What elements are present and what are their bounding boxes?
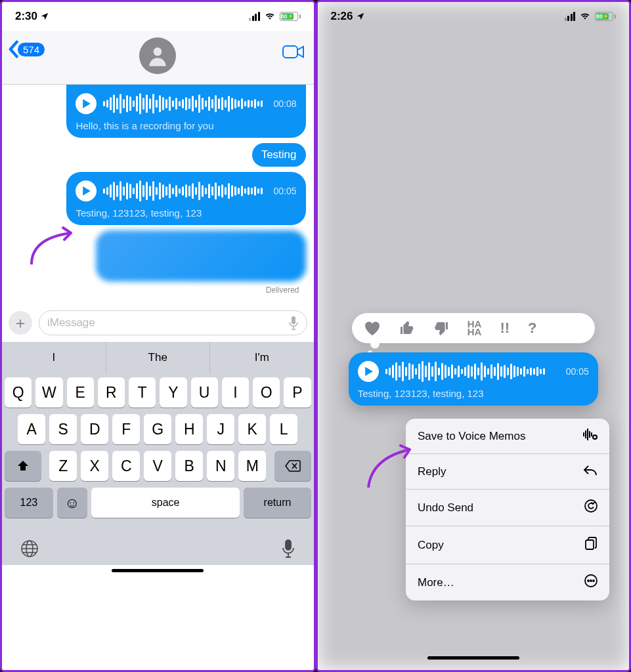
transcription: Testing, 123123, testing, 123 bbox=[76, 207, 296, 219]
keyboard-row-2: ASDFGHJKL bbox=[5, 414, 311, 444]
key-y[interactable]: Y bbox=[160, 377, 186, 408]
key-s[interactable]: S bbox=[49, 414, 77, 444]
phone-left: 2:30 80⚡ 574 bbox=[0, 0, 316, 672]
play-icon[interactable] bbox=[76, 180, 97, 201]
context-menu: Save to Voice Memos Reply Undo Send Copy… bbox=[406, 419, 609, 600]
key-n[interactable]: N bbox=[207, 451, 234, 481]
return-key[interactable]: return bbox=[244, 488, 311, 518]
key-k[interactable]: K bbox=[238, 414, 266, 444]
key-g[interactable]: G bbox=[144, 414, 171, 444]
compose-input[interactable]: iMessage bbox=[39, 310, 307, 335]
key-v[interactable]: V bbox=[144, 451, 171, 481]
key-l[interactable]: L bbox=[270, 414, 297, 444]
quicktype-bar: I The I'm bbox=[2, 342, 314, 373]
play-icon[interactable] bbox=[358, 361, 379, 382]
duration: 00:08 bbox=[273, 98, 296, 109]
delivery-status: Delivered bbox=[10, 283, 306, 300]
emoji-key[interactable]: ☺ bbox=[57, 488, 87, 518]
key-m[interactable]: M bbox=[238, 451, 266, 481]
keyboard: QWERTYUIOP ASDFGHJKL ZXCVBNM 123 ☺ space… bbox=[2, 373, 314, 527]
key-t[interactable]: T bbox=[129, 377, 156, 408]
undo-icon bbox=[584, 499, 598, 516]
space-key[interactable]: space bbox=[91, 488, 240, 518]
svg-rect-2 bbox=[292, 316, 295, 324]
svg-point-0 bbox=[154, 47, 162, 56]
selected-voice-message[interactable]: 00:05 Testing, 123123, testing, 123 bbox=[349, 352, 598, 406]
keyboard-bottom bbox=[2, 527, 314, 565]
menu-reply[interactable]: Reply bbox=[406, 454, 609, 490]
key-h[interactable]: H bbox=[175, 414, 203, 444]
home-indicator[interactable] bbox=[112, 569, 204, 572]
svg-point-12 bbox=[585, 500, 597, 512]
key-j[interactable]: J bbox=[207, 414, 234, 444]
transcription: Testing, 123123, testing, 123 bbox=[358, 388, 589, 399]
back-button[interactable]: 574 bbox=[7, 40, 45, 58]
key-b[interactable]: B bbox=[175, 451, 203, 481]
duration: 00:05 bbox=[273, 186, 296, 196]
suggestion[interactable]: The bbox=[106, 342, 211, 373]
location-icon bbox=[356, 12, 365, 21]
suggestion[interactable]: I'm bbox=[210, 342, 314, 373]
status-time: 2:26 bbox=[331, 10, 353, 23]
tapback-thumbsdown-icon[interactable] bbox=[433, 320, 449, 336]
delete-key[interactable] bbox=[274, 451, 311, 481]
add-button[interactable]: ＋ bbox=[9, 311, 32, 335]
tapback-thumbsup-icon[interactable] bbox=[399, 320, 415, 336]
play-icon[interactable] bbox=[76, 93, 97, 114]
tapback-question-icon[interactable]: ? bbox=[528, 320, 536, 337]
waveform-icon bbox=[103, 93, 263, 115]
voice-message[interactable]: 00:08 Hello, this is a recording for you bbox=[66, 85, 305, 138]
svg-point-17 bbox=[593, 580, 594, 581]
facetime-button[interactable] bbox=[282, 44, 305, 62]
dictate-icon[interactable] bbox=[288, 316, 299, 330]
svg-point-15 bbox=[588, 580, 589, 581]
tapback-exclaim-icon[interactable]: !! bbox=[500, 320, 510, 337]
key-d[interactable]: D bbox=[81, 414, 108, 444]
tapback-haha-icon[interactable]: HA HA bbox=[468, 320, 482, 336]
svg-rect-7 bbox=[585, 430, 586, 438]
key-u[interactable]: U bbox=[191, 377, 218, 408]
more-icon bbox=[584, 574, 598, 591]
key-c[interactable]: C bbox=[112, 451, 140, 481]
key-x[interactable]: X bbox=[81, 451, 108, 481]
key-z[interactable]: Z bbox=[49, 451, 77, 481]
contact-avatar[interactable] bbox=[139, 37, 176, 74]
key-p[interactable]: P bbox=[284, 377, 311, 408]
dictation-icon[interactable] bbox=[281, 539, 295, 558]
menu-more[interactable]: More… bbox=[406, 564, 609, 600]
waveform-icon bbox=[385, 360, 555, 383]
tapback-heart-icon[interactable] bbox=[364, 320, 381, 336]
key-o[interactable]: O bbox=[253, 377, 280, 408]
chat-header: 574 bbox=[2, 31, 314, 85]
suggestion[interactable]: I bbox=[2, 342, 106, 373]
menu-undo-send[interactable]: Undo Send bbox=[406, 490, 609, 526]
menu-copy[interactable]: Copy bbox=[406, 526, 609, 564]
unread-count-badge: 574 bbox=[18, 43, 45, 56]
key-q[interactable]: Q bbox=[5, 377, 32, 408]
keyboard-row-3: ZXCVBNM bbox=[5, 451, 311, 481]
duration: 00:05 bbox=[566, 366, 589, 377]
menu-save-voice-memos[interactable]: Save to Voice Memos bbox=[406, 419, 609, 454]
wifi-icon bbox=[579, 12, 591, 21]
reply-icon bbox=[583, 464, 598, 479]
key-r[interactable]: R bbox=[98, 377, 125, 408]
text-message[interactable]: Testing bbox=[252, 143, 306, 167]
phone-right: 2:26 80⚡ HA HA !! ? 00: bbox=[316, 0, 632, 672]
voice-message[interactable]: 00:05 Testing, 123123, testing, 123 bbox=[66, 172, 305, 225]
home-indicator[interactable] bbox=[427, 656, 519, 660]
svg-rect-6 bbox=[583, 432, 584, 436]
key-w[interactable]: W bbox=[35, 377, 62, 408]
key-i[interactable]: I bbox=[222, 377, 249, 408]
battery-icon: 80⚡ bbox=[595, 12, 616, 21]
svg-rect-13 bbox=[586, 540, 594, 549]
numbers-key[interactable]: 123 bbox=[5, 488, 53, 518]
svg-rect-1 bbox=[283, 46, 297, 58]
globe-icon[interactable] bbox=[20, 539, 39, 558]
key-f[interactable]: F bbox=[112, 414, 140, 444]
svg-rect-5 bbox=[286, 540, 291, 550]
key-a[interactable]: A bbox=[18, 414, 45, 444]
shift-key[interactable] bbox=[5, 451, 41, 481]
compose-row: ＋ iMessage bbox=[2, 306, 314, 342]
key-e[interactable]: E bbox=[67, 377, 94, 408]
svg-point-16 bbox=[590, 580, 592, 581]
